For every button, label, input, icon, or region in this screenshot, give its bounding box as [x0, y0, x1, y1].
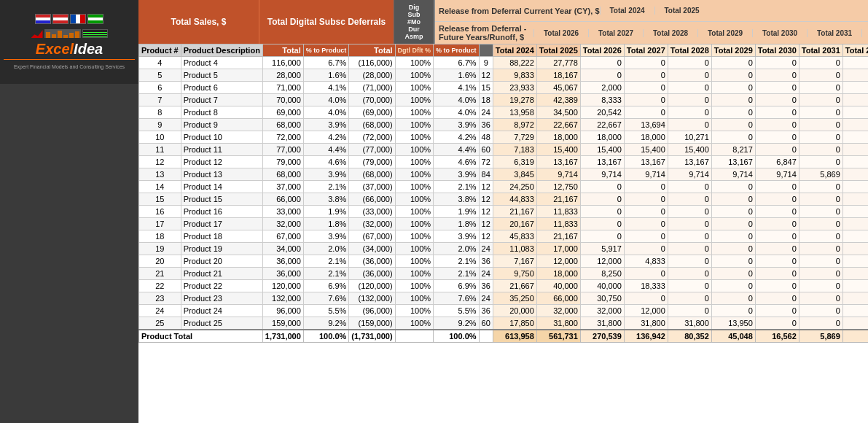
th-2031: Total 2031 — [799, 44, 842, 57]
release-header: Release from Deferral Current Year (CY),… — [434, 0, 868, 44]
table-row: 22 Product 22 120,000 6.9% (120,000) 100… — [139, 280, 869, 292]
logo-icons — [35, 14, 103, 24]
th-2032: Total 2032 — [842, 44, 868, 57]
logo-tagline: Expert Financial Models and Consulting S… — [4, 59, 135, 70]
table-row: 25 Product 25 159,000 9.2% (159,000) 100… — [139, 317, 869, 330]
table-row: 11 Product 11 77,000 4.4% (77,000) 100% … — [139, 144, 869, 156]
table-row: 23 Product 23 132,000 7.6% (132,000) 100… — [139, 292, 869, 305]
total-sales-header: Total Sales, $ — [138, 0, 259, 44]
th-2030: Total 2030 — [755, 44, 799, 57]
table-row: 12 Product 12 79,000 4.6% (79,000) 100% … — [139, 156, 869, 168]
table-row: 20 Product 20 36,000 2.1% (36,000) 100% … — [139, 255, 869, 268]
logo-area: ExcelIdea Expert Financial Models and Co… — [0, 0, 138, 84]
table-row: 14 Product 14 37,000 2.1% (37,000) 100% … — [139, 181, 869, 193]
table-row: 17 Product 17 32,000 1.8% (32,000) 100% … — [139, 218, 869, 230]
total-row: Product Total 1,731,000 100.0% (1,731,00… — [139, 330, 869, 343]
table-row: 7 Product 7 70,000 4.0% (70,000) 100% 4.… — [139, 94, 869, 106]
th-product-desc: Product Description — [181, 44, 262, 57]
table-row: 15 Product 15 66,000 3.8% (66,000) 100% … — [139, 193, 869, 206]
dig-sub-header: Dig Sub #Mo Dur Asmp — [394, 0, 434, 44]
th-total: Total — [262, 44, 303, 57]
chart-icons — [31, 29, 108, 38]
th-2025: Total 2025 — [536, 44, 580, 57]
th-2024: Total 2024 — [493, 44, 536, 57]
digital-header: Total Digital Subsc Deferrals — [259, 0, 394, 44]
table-row: 6 Product 6 71,000 4.1% (71,000) 100% 4.… — [139, 82, 869, 94]
th-2028: Total 2028 — [668, 44, 711, 57]
table-row: 10 Product 10 72,000 4.2% (72,000) 100% … — [139, 131, 869, 144]
table-row: 9 Product 9 68,000 3.9% (68,000) 100% 3.… — [139, 119, 869, 131]
th-dgtl: Dgtl Dflt % — [395, 44, 434, 57]
table-row: 24 Product 24 96,000 5.5% (96,000) 100% … — [139, 305, 869, 317]
th-product-num: Product # — [139, 44, 181, 57]
table-row: 21 Product 21 36,000 2.1% (36,000) 100% … — [139, 268, 869, 280]
th-2026: Total 2026 — [580, 44, 624, 57]
table-row: 4 Product 4 116,000 6.7% (116,000) 100% … — [139, 57, 869, 69]
table-row: 19 Product 19 34,000 2.0% (34,000) 100% … — [139, 243, 869, 255]
th-pct: % to Product — [303, 44, 349, 57]
th-digital-total: Total — [349, 44, 395, 57]
logo-text: ExcelIdea — [36, 41, 103, 58]
th-mo — [479, 44, 493, 57]
table-row: 16 Product 16 33,000 1.9% (33,000) 100% … — [139, 206, 869, 218]
th-dig-pct: % to Product — [434, 44, 480, 57]
table-row: 5 Product 5 28,000 1.6% (28,000) 100% 1.… — [139, 69, 869, 82]
table-row: 18 Product 18 67,000 3.9% (67,000) 100% … — [139, 230, 869, 243]
table-row: 8 Product 8 69,000 4.0% (69,000) 100% 4.… — [139, 106, 869, 119]
table-row: 13 Product 13 68,000 3.9% (68,000) 100% … — [139, 168, 869, 181]
th-2027: Total 2027 — [624, 44, 668, 57]
th-2029: Total 2029 — [711, 44, 755, 57]
